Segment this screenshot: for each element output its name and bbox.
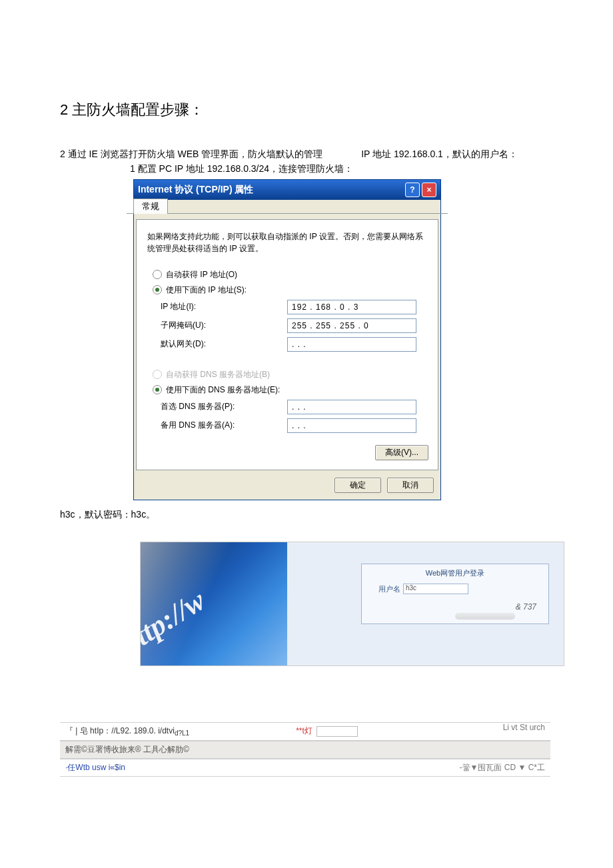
dialog-titlebar: Internet 协议 (TCP/IP) 属性 ? × bbox=[134, 180, 440, 200]
radio-checked-icon bbox=[153, 285, 162, 294]
input-mask[interactable]: 255 . 255 . 255 . 0 bbox=[287, 318, 416, 333]
toolbar-link[interactable]: ·任Wtb usw i«$in bbox=[65, 762, 125, 773]
intro-left: 2 通过 IE 浏览器打开防火墙 WEB 管理界面，防火墙默认的管理 bbox=[60, 149, 322, 159]
login-title: Web网管用户登录 bbox=[368, 568, 542, 578]
label-dns2: 备用 DNS 服务器(A): bbox=[161, 420, 287, 431]
tab-general[interactable]: 常规 bbox=[133, 199, 168, 214]
addr-right-text: Li vt St urch bbox=[503, 723, 545, 732]
radio-auto-dns-row: 自动获得 DNS 服务器地址(B) bbox=[153, 369, 428, 380]
label-mask: 子网掩码(U): bbox=[161, 320, 287, 331]
login-art: ttp://w bbox=[141, 542, 287, 665]
login-extra-text: & 737 bbox=[516, 602, 536, 612]
menu-text[interactable]: 解需©豆署博收旅来® 工具心解肋© bbox=[65, 744, 189, 755]
radio-manual-ip-row[interactable]: 使用下面的 IP 地址(S): bbox=[153, 284, 428, 296]
input-dns2[interactable]: . . . bbox=[287, 418, 416, 433]
cancel-button[interactable]: 取消 bbox=[387, 478, 434, 493]
login-screenshot: ttp://w Web网管用户登录 用户名 h3c & 737 bbox=[140, 542, 564, 666]
radio-disabled-icon bbox=[153, 370, 162, 379]
radio-auto-ip-row[interactable]: 自动获得 IP 地址(O) bbox=[153, 269, 428, 280]
tab-strip: 常规 bbox=[127, 198, 448, 214]
ok-button[interactable]: 确定 bbox=[334, 478, 381, 493]
login-art-text: ttp://w bbox=[141, 584, 211, 653]
section-heading: 2 主防火墙配置步骤： bbox=[60, 100, 553, 120]
input-dns1[interactable]: . . . bbox=[287, 400, 416, 414]
intro-right: IP 地址 192.168.0.1，默认的用户名： bbox=[361, 149, 518, 159]
radio-manual-dns-row[interactable]: 使用下面的 DNS 服务器地址(E): bbox=[153, 384, 428, 396]
dialog-title: Internet 协议 (TCP/IP) 属性 bbox=[138, 184, 403, 196]
login-box: Web网管用户登录 用户名 h3c & 737 bbox=[361, 564, 549, 624]
dialog-description: 如果网络支持此功能，则可以获取自动指派的 IP 设置。否则，您需要从网络系统管理… bbox=[147, 230, 428, 254]
after-dialog-text: h3c，默认密码：h3c。 bbox=[60, 507, 553, 522]
radio-auto-dns-label: 自动获得 DNS 服务器地址(B) bbox=[166, 369, 270, 380]
radio-auto-ip-label: 自动获得 IP 地址(O) bbox=[166, 269, 237, 280]
address-bar-strip: 『 | 皂 htIp：//L92. 189.0. i/dtvid?L1 **t灯… bbox=[60, 722, 550, 740]
login-submit-ghost bbox=[455, 613, 515, 620]
addr-small-input[interactable] bbox=[316, 726, 358, 737]
menu-bar-strip: 解需©豆署博收旅来® 工具心解肋© bbox=[60, 741, 550, 759]
help-icon[interactable]: ? bbox=[405, 183, 420, 197]
label-gateway: 默认网关(D): bbox=[161, 338, 287, 350]
intro-line-2: 1 配置 PC IP 地址 192.168.0.3/24，连接管理防火墙： bbox=[130, 161, 553, 176]
login-user-label: 用户名 bbox=[368, 584, 400, 594]
label-dns1: 首选 DNS 服务器(P): bbox=[161, 401, 287, 412]
intro-line-1: 2 通过 IE 浏览器打开防火墙 WEB 管理界面，防火墙默认的管理 IP 地址… bbox=[60, 147, 553, 161]
tcpip-dialog: Internet 协议 (TCP/IP) 属性 ? × 常规 如果网络支持此功能… bbox=[133, 179, 441, 500]
radio-icon bbox=[153, 270, 162, 279]
label-ip: IP 地址(I): bbox=[161, 301, 287, 312]
link-bar-strip: ·任Wtb usw i«$in -簹▼围瓦面 CD ▼ C*工 bbox=[60, 759, 550, 777]
login-user-input[interactable]: h3c bbox=[403, 584, 468, 594]
input-ip[interactable]: 192 . 168 . 0 . 3 bbox=[287, 300, 416, 314]
advanced-button[interactable]: 高级(V)... bbox=[375, 445, 428, 460]
input-gateway[interactable]: . . . bbox=[287, 337, 416, 352]
close-icon[interactable]: × bbox=[422, 183, 436, 197]
address-text[interactable]: 『 | 皂 htIp：//L92. 189.0. i/dtvid?L1 bbox=[65, 725, 189, 737]
toolbar-right: -簹▼围瓦面 CD ▼ C*工 bbox=[460, 762, 545, 773]
radio-manual-ip-label: 使用下面的 IP 地址(S): bbox=[166, 284, 247, 296]
addr-mid: **t灯 bbox=[296, 725, 312, 737]
radio-manual-dns-label: 使用下面的 DNS 服务器地址(E): bbox=[166, 384, 280, 396]
radio-checked-icon bbox=[153, 385, 162, 394]
